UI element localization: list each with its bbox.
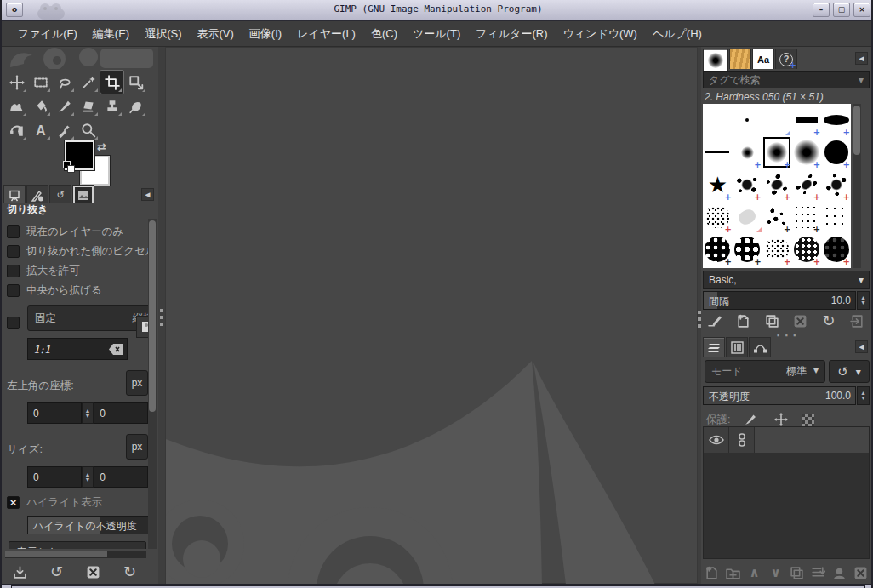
menu-view[interactable]: 表示(V) xyxy=(191,23,240,45)
layer-list[interactable] xyxy=(703,426,870,559)
tab-fonts[interactable]: Aa xyxy=(752,49,774,69)
brush-tag-search-input[interactable]: タグで検索 ▾ xyxy=(703,71,870,88)
left-dock-menu-button[interactable]: ◄ xyxy=(141,188,154,201)
duplicate-layer-button[interactable] xyxy=(787,562,807,583)
new-layer-group-button[interactable] xyxy=(723,562,744,583)
save-tool-preset-button[interactable] xyxy=(10,562,31,582)
option-allow-growing[interactable]: 拡大を許可 xyxy=(7,261,148,281)
free-select-tool-button[interactable] xyxy=(53,71,76,94)
layer-mode-switch-button[interactable]: ↺ ▾ xyxy=(829,360,870,383)
text-tool-button[interactable]: A xyxy=(29,118,52,141)
position-unit-dropdown[interactable]: px xyxy=(126,370,148,396)
warp-transform-tool-button[interactable] xyxy=(5,94,28,117)
add-layer-mask-button[interactable] xyxy=(830,562,850,583)
menu-filters[interactable]: フィルター(R) xyxy=(470,23,553,45)
brush-item[interactable]: + xyxy=(733,136,762,168)
titlebar[interactable]: o GIMP (GNU Image Manipulation Program) … xyxy=(2,0,873,21)
paintbrush-tool-button[interactable] xyxy=(53,94,76,117)
open-brush-as-image-button[interactable] xyxy=(847,311,867,331)
brush-spacing-spinner[interactable]: ▲▼ xyxy=(857,291,870,310)
menu-file[interactable]: ファイル(F) xyxy=(12,23,83,45)
resize-corner-left[interactable] xyxy=(2,585,11,588)
checkbox[interactable] xyxy=(7,245,20,258)
tab-patterns[interactable] xyxy=(729,49,751,69)
brush-item[interactable] xyxy=(762,104,792,136)
layer-mode-dropdown[interactable]: モード 標準 ▾ xyxy=(705,360,825,383)
dock-resize-grip[interactable]: ▪ ▪ ▪ xyxy=(777,331,798,340)
tab-channels[interactable] xyxy=(726,337,748,357)
menu-select[interactable]: 選択(S) xyxy=(139,23,187,45)
brush-item[interactable]: + xyxy=(821,104,851,136)
rectangle-select-tool-button[interactable] xyxy=(29,71,52,94)
size-y-input[interactable]: 0 xyxy=(94,466,148,488)
brush-item[interactable]: + xyxy=(703,233,733,265)
brushes-dock-menu-button[interactable]: ◄ xyxy=(855,52,868,65)
highlight-opacity-slider[interactable]: ハイライトの不透明度 50 xyxy=(27,516,148,534)
delete-tool-preset-button[interactable] xyxy=(83,562,104,582)
default-colors-icon[interactable] xyxy=(63,161,75,173)
brush-item[interactable] xyxy=(821,201,851,233)
toolbox-wilber-header[interactable] xyxy=(2,47,158,69)
brush-item[interactable] xyxy=(762,265,792,268)
brush-item[interactable]: + xyxy=(762,168,792,201)
fuzzy-select-tool-button[interactable] xyxy=(77,71,100,94)
reset-tool-options-button[interactable]: ↻ xyxy=(120,562,140,582)
checkbox[interactable] xyxy=(7,284,20,297)
clear-icon[interactable] xyxy=(109,344,123,355)
brush-item[interactable] xyxy=(703,136,733,168)
position-spinner[interactable]: ▲▼ xyxy=(82,402,94,424)
maximize-button[interactable]: ▢ xyxy=(833,3,850,17)
merge-down-button[interactable] xyxy=(808,562,829,583)
brush-item[interactable]: + xyxy=(791,136,821,168)
brush-item[interactable] xyxy=(733,201,762,233)
lower-layer-button[interactable]: ∨ xyxy=(766,562,786,583)
raise-layer-button[interactable]: ∧ xyxy=(745,562,765,583)
option-expand-from-center[interactable]: 中央から拡げる xyxy=(7,281,148,300)
delete-brush-button[interactable] xyxy=(790,311,811,331)
tab-paths[interactable] xyxy=(749,337,771,357)
close-button[interactable]: × xyxy=(853,3,870,17)
brush-item[interactable]: + xyxy=(733,168,762,201)
restore-tool-preset-button[interactable]: ↺ xyxy=(47,562,67,582)
clone-tool-button[interactable] xyxy=(100,94,123,117)
move-tool-button[interactable] xyxy=(5,71,28,94)
left-pane-splitter[interactable] xyxy=(158,47,165,584)
duplicate-brush-button[interactable] xyxy=(762,311,782,331)
visibility-column[interactable] xyxy=(704,427,729,453)
canvas-area[interactable] xyxy=(165,47,698,584)
brush-item[interactable]: + xyxy=(791,104,821,136)
bucket-fill-tool-button[interactable] xyxy=(29,94,52,117)
option-delete-cropped-pixels[interactable]: 切り抜かれた側のピクセルの削除 xyxy=(7,242,148,261)
menu-tools[interactable]: ツール(T) xyxy=(407,23,466,45)
menu-edit[interactable]: 編集(E) xyxy=(87,23,135,45)
menu-colors[interactable]: 色(C) xyxy=(365,23,403,45)
checkbox[interactable] xyxy=(7,265,20,277)
layers-dock-menu-button[interactable]: ◄ xyxy=(855,340,868,353)
brush-item[interactable]: ★+ xyxy=(703,168,733,201)
new-brush-button[interactable] xyxy=(733,311,754,331)
minimize-button[interactable]: – xyxy=(813,3,830,17)
eraser-tool-button[interactable] xyxy=(77,94,100,117)
brush-item[interactable]: + xyxy=(821,136,851,168)
fixed-dropdown[interactable]: 固定 縦横比 xyxy=(27,305,148,331)
resize-corner-right[interactable] xyxy=(865,585,873,588)
brush-item[interactable]: + xyxy=(791,233,821,265)
lock-alpha-button[interactable] xyxy=(802,414,814,426)
highlight-checkbox-checked[interactable]: × xyxy=(7,496,20,509)
brush-item[interactable]: + xyxy=(821,233,851,265)
fixed-checkbox[interactable] xyxy=(7,317,20,329)
refresh-brushes-button[interactable]: ↻ xyxy=(819,311,839,331)
ink-tool-button[interactable] xyxy=(5,118,28,141)
brush-item[interactable]: + xyxy=(821,168,851,201)
tab-brushes[interactable]: + xyxy=(703,49,728,71)
layer-opacity-slider[interactable]: 不透明度 100.0 xyxy=(703,386,856,405)
brush-item[interactable] xyxy=(703,265,733,268)
brush-item[interactable] xyxy=(733,265,762,268)
zoom-tool-button[interactable] xyxy=(77,118,100,141)
brush-group-dropdown[interactable]: Basic, ▾ xyxy=(703,271,870,289)
brush-item[interactable]: + xyxy=(762,233,792,265)
position-x-input[interactable]: 0 xyxy=(27,402,82,424)
delete-layer-button[interactable] xyxy=(851,562,871,583)
tool-options-vertical-scrollbar[interactable] xyxy=(148,219,157,549)
brush-item[interactable] xyxy=(821,265,851,268)
